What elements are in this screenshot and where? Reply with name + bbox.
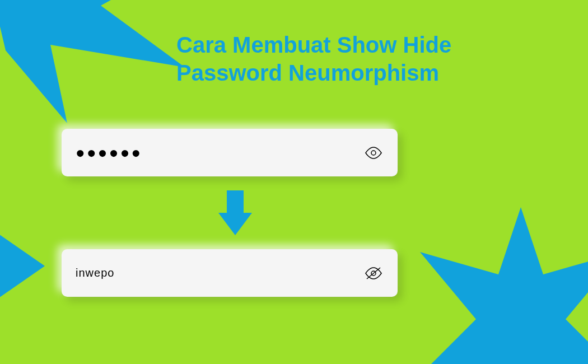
svg-point-3: [371, 151, 376, 155]
page-title: Cara Membuat Show Hide Password Neumorph…: [176, 31, 451, 87]
svg-marker-5: [218, 213, 252, 235]
password-input-visible[interactable]: inwepo: [76, 267, 363, 279]
eye-icon[interactable]: [363, 143, 384, 163]
decorative-triangle-left: [0, 196, 56, 336]
password-input-hidden-container: ●●●●●●: [62, 129, 398, 176]
password-input-visible-container: inwepo: [62, 249, 398, 297]
title-line-2: Password Neumorphism: [176, 59, 451, 87]
decorative-star-top-left: [0, 0, 185, 123]
title-line-1: Cara Membuat Show Hide: [176, 31, 451, 59]
decorative-star-bottom-right: [409, 207, 588, 364]
svg-marker-0: [0, 0, 185, 123]
eye-slash-icon[interactable]: [363, 263, 384, 283]
svg-marker-2: [409, 207, 588, 364]
svg-marker-1: [0, 196, 45, 336]
arrow-down-icon: [213, 185, 258, 241]
svg-rect-4: [227, 190, 244, 213]
password-input-hidden[interactable]: ●●●●●●: [76, 144, 142, 162]
